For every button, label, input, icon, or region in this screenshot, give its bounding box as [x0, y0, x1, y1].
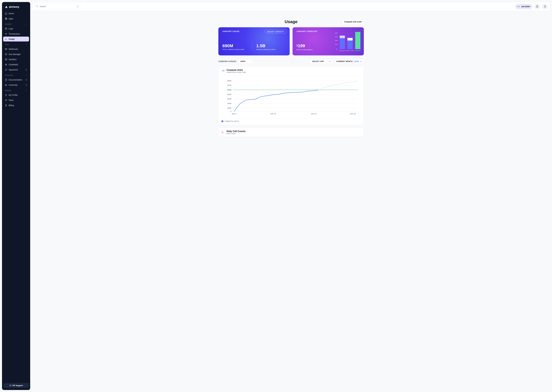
nav-usage[interactable]: Usage [3, 37, 29, 42]
nav-logs[interactable]: Logs [3, 26, 29, 31]
svg-text:$250: $250 [335, 32, 338, 34]
svg-text:850M: 850M [227, 80, 231, 82]
nav-spearmint[interactable]: Spearmint [3, 67, 29, 72]
daily-call-counts-panel: Daily Call Counts DAILY DATA [218, 128, 364, 137]
svg-text:$199: $199 [335, 44, 338, 45]
trend-up-icon [221, 69, 225, 73]
nav-label: Sandbox [9, 58, 16, 61]
account-button[interactable] [542, 4, 548, 9]
notifications-button[interactable] [534, 4, 540, 9]
svg-text:$199: $199 [335, 40, 338, 41]
svg-rect-1 [6, 18, 7, 19]
svg-text:$199: $199 [335, 36, 338, 37]
svg-rect-0 [5, 18, 6, 19]
nav-label: Logs [9, 28, 13, 30]
svg-point-12 [36, 6, 37, 7]
total-compute-metric: 690M TOTAL COMPUTE UNITS USED [222, 43, 248, 50]
billing-icon [5, 104, 7, 106]
compare-dropdown[interactable]: APPS [239, 59, 253, 64]
nav-group-label: Settings [5, 89, 11, 91]
logs-icon [5, 28, 7, 30]
svg-text:LAST MONTH: LAST MONTH [339, 50, 346, 51]
usage-icon [5, 38, 7, 40]
terminal-icon [221, 131, 225, 134]
external-link-icon [25, 84, 27, 86]
svg-point-4 [5, 28, 7, 28]
svg-text:$0: $0 [336, 49, 338, 50]
main: / 👀 Get $100+ Usage Compute unit costs [32, 2, 550, 390]
doc-icon [5, 79, 7, 81]
gas-icon [5, 53, 7, 56]
compute-unit-costs-button[interactable]: Compute unit costs [342, 19, 364, 24]
info-icon: i [221, 120, 223, 122]
svg-text:350M: 350M [227, 103, 231, 104]
nav-apps[interactable]: Apps [3, 16, 29, 21]
forecast-card: JANUARY FORECAST $199 Month-to-date Bala… [292, 27, 364, 56]
promo-button[interactable]: 👀 Get $100+ [515, 4, 532, 9]
svg-rect-27 [355, 32, 360, 49]
nav-gas-manager[interactable]: Gas Manager [3, 52, 29, 57]
nav-documentation[interactable]: Documentation [3, 77, 29, 82]
nav-billing[interactable]: Billing [3, 103, 29, 108]
sidebar: alchemy Home Apps Analytics Logs Transac… [2, 2, 30, 390]
vip-label: VIP Support [12, 384, 23, 386]
legend-label: COMPUTE UNITS [225, 120, 239, 122]
metric-value: 690M [222, 43, 244, 48]
nav-label: Apps [9, 18, 13, 20]
nav-group-analytics[interactable]: Analytics [3, 22, 29, 26]
nav-university[interactable]: University [3, 83, 29, 87]
nav-group-label: Resources [5, 74, 13, 76]
compute-units-panel: Compute Units CUMULATIVE OVER TIME [218, 66, 364, 125]
nav-group-resources[interactable]: Resources [3, 73, 29, 77]
chevron-down-icon [360, 60, 362, 63]
nav-transactions[interactable]: Transactions [3, 31, 29, 36]
vip-support-button[interactable]: VIP Support [3, 383, 29, 388]
svg-rect-8 [6, 85, 7, 85]
nav-home[interactable]: Home [3, 11, 29, 16]
nav-chatweb3[interactable]: ChatWeb3 [3, 62, 29, 67]
nav-label: Home [9, 12, 14, 15]
nav-webhooks[interactable]: Webhooks [3, 47, 29, 51]
brand[interactable]: alchemy [3, 4, 29, 11]
controls-row: COMPARE ACROSS: APPS SELECT APP CURRENT … [218, 59, 364, 64]
adjust-capacity-button[interactable]: ADJUST CAPACITY [265, 30, 286, 34]
nav-team[interactable]: Team [3, 98, 29, 103]
chat-icon [5, 63, 7, 66]
nav-my-profile[interactable]: My Profile [3, 93, 29, 98]
panel-title: Compute Units [226, 69, 246, 71]
chevron-up-icon [25, 43, 27, 46]
nav-label: My Profile [9, 94, 18, 96]
svg-rect-7 [5, 84, 6, 85]
svg-point-10 [6, 99, 6, 100]
chevron-up-icon [25, 89, 27, 91]
svg-rect-23 [340, 35, 345, 38]
svg-text:DAY 10: DAY 10 [270, 113, 276, 115]
select-app-button[interactable]: SELECT APP [310, 59, 333, 64]
svg-text:250M: 250M [227, 107, 231, 109]
search-shortcut: / [76, 6, 79, 7]
topbar: / 👀 Get $100+ [32, 2, 550, 11]
nav-group-tools[interactable]: Tools [3, 42, 29, 47]
sandbox-icon [5, 58, 7, 61]
nav-label: Spearmint [9, 69, 18, 71]
current-month-value: (JAN) [354, 60, 359, 63]
panel-subtitle: CUMULATIVE OVER TIME [226, 72, 246, 73]
svg-rect-2 [5, 19, 6, 20]
bell-icon [536, 5, 538, 8]
page-header: Usage Compute unit costs [218, 19, 364, 24]
search-icon [36, 5, 38, 8]
svg-point-11 [6, 100, 7, 100]
team-icon [5, 99, 7, 101]
nav-group-settings[interactable]: Settings [3, 88, 29, 93]
nav-sandbox[interactable]: Sandbox [3, 57, 29, 62]
current-month-dropdown[interactable]: CURRENT MONTH (JAN) [334, 59, 364, 64]
search-input[interactable] [34, 4, 80, 9]
nav-group-label: Tools [5, 43, 9, 46]
dropdown-value: APPS [240, 60, 245, 63]
brand-logo-icon [5, 6, 8, 8]
apps-icon [5, 18, 7, 20]
nav-label: Usage [9, 38, 15, 40]
university-icon [5, 84, 7, 86]
chevron-down-icon [249, 61, 251, 62]
external-link-icon [25, 79, 27, 81]
